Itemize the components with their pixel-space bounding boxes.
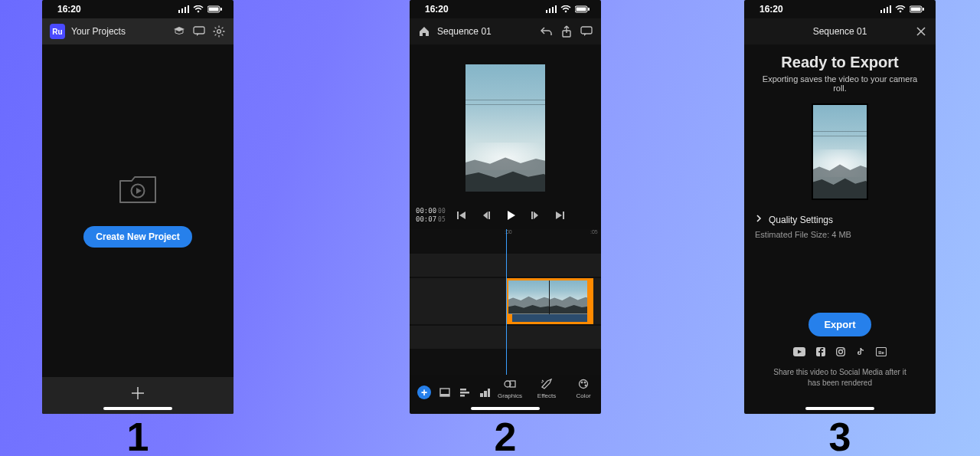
battery-icon [207, 5, 223, 13]
home-icon[interactable] [417, 25, 431, 38]
effects-tool[interactable]: Effects [535, 378, 558, 399]
skip-start-icon[interactable] [455, 208, 469, 222]
status-time: 16:20 [760, 4, 783, 15]
wifi-icon [560, 5, 571, 13]
expand-tracks-icon[interactable] [479, 386, 491, 399]
tool-row: + Graphics Effects Color Speed [410, 375, 601, 402]
video-preview[interactable] [466, 64, 545, 192]
svg-rect-8 [194, 27, 204, 34]
social-row: Be [793, 347, 887, 356]
video-clip[interactable] [506, 278, 593, 324]
step-label-3: 3 [744, 414, 936, 456]
home-indicator[interactable] [103, 407, 172, 410]
wifi-icon [193, 5, 204, 13]
svg-point-4 [198, 11, 200, 13]
svg-point-54 [900, 11, 902, 13]
share-icon[interactable] [560, 25, 573, 38]
track-video[interactable] [410, 278, 601, 324]
behance-icon[interactable]: Be [876, 347, 887, 356]
home-indicator[interactable] [805, 407, 874, 410]
svg-line-16 [222, 28, 224, 29]
audio-waveform [508, 314, 591, 322]
svg-point-46 [581, 382, 583, 383]
export-screen: 16:20 Sequence 01 Ready to Export Export… [744, 0, 936, 414]
preview-pane [410, 44, 601, 205]
signal-icon [546, 5, 557, 13]
status-bar: 16:20 [410, 0, 601, 18]
signal-icon [178, 5, 189, 13]
graphics-tool[interactable]: Graphics [498, 378, 521, 399]
svg-rect-1 [181, 8, 183, 13]
status-time: 16:20 [425, 4, 449, 15]
track-empty-bottom[interactable] [410, 326, 601, 349]
timeline[interactable]: :00 :05 [410, 229, 601, 375]
step-label-1: 1 [42, 414, 234, 456]
step-forward-icon[interactable] [528, 208, 542, 222]
chat-icon[interactable] [580, 25, 593, 38]
plus-icon[interactable] [130, 385, 145, 405]
svg-line-14 [215, 28, 217, 29]
learn-icon[interactable] [172, 25, 186, 38]
undo-icon[interactable] [540, 25, 554, 38]
folder-play-icon [118, 174, 158, 209]
nav-bar: Sequence 01 [744, 18, 936, 44]
step-back-icon[interactable] [479, 208, 493, 222]
svg-point-25 [565, 11, 567, 13]
track-empty-top[interactable] [410, 254, 601, 277]
svg-rect-24 [555, 5, 557, 13]
facebook-icon[interactable] [816, 347, 825, 356]
svg-rect-52 [887, 7, 888, 13]
app-logo: Ru [50, 24, 65, 39]
sequence-title: Sequence 01 [813, 26, 867, 37]
track-view-icon[interactable] [459, 386, 471, 399]
svg-rect-56 [911, 8, 921, 11]
gear-icon[interactable] [212, 25, 226, 38]
chevron-right-icon [755, 214, 763, 225]
quality-settings-row[interactable]: Quality Settings [755, 214, 925, 225]
play-icon[interactable] [504, 208, 518, 222]
svg-point-45 [580, 379, 588, 388]
svg-rect-57 [923, 8, 924, 11]
svg-rect-23 [552, 7, 554, 13]
add-media-button[interactable]: + [417, 385, 431, 399]
close-icon[interactable] [914, 25, 928, 38]
create-project-button[interactable]: Create New Project [83, 226, 191, 248]
export-subtext: Exporting saves the video to your camera… [755, 74, 925, 93]
skip-end-icon[interactable] [553, 208, 567, 222]
svg-rect-51 [884, 8, 885, 13]
svg-rect-2 [185, 7, 186, 13]
svg-rect-39 [460, 395, 465, 397]
svg-rect-32 [488, 212, 490, 219]
project-panel-icon[interactable] [439, 386, 451, 399]
nav-bar: Ru Your Projects [42, 18, 234, 44]
clip-handle-right[interactable] [587, 278, 593, 324]
tiktok-icon[interactable] [856, 347, 865, 356]
chat-icon[interactable] [192, 25, 206, 38]
status-bar: 16:20 [744, 0, 936, 18]
svg-rect-28 [588, 8, 590, 11]
playhead[interactable] [506, 229, 507, 375]
export-preview [812, 103, 868, 200]
battery-icon [910, 5, 925, 13]
svg-point-64 [842, 349, 844, 350]
svg-rect-41 [484, 391, 487, 397]
color-tool[interactable]: Color [572, 378, 595, 399]
svg-rect-31 [457, 212, 459, 219]
youtube-icon[interactable] [793, 347, 805, 356]
step-label-2: 2 [410, 414, 601, 456]
empty-state: Create New Project [42, 44, 234, 377]
svg-rect-37 [460, 389, 466, 391]
svg-rect-7 [220, 8, 222, 11]
instagram-icon[interactable] [836, 347, 845, 356]
nav-title: Your Projects [71, 26, 126, 37]
export-button[interactable]: Export [808, 313, 871, 336]
svg-rect-22 [549, 8, 550, 13]
home-indicator[interactable] [471, 407, 540, 410]
svg-rect-0 [178, 10, 180, 13]
timeline-ruler: :00 :05 [410, 229, 601, 238]
playback-controls: 00:0000 00:0705 [410, 205, 601, 229]
svg-line-15 [222, 34, 224, 36]
editor-screen: 16:20 Sequence 01 [410, 0, 601, 414]
svg-rect-53 [890, 5, 891, 13]
svg-text:Be: Be [878, 350, 884, 355]
